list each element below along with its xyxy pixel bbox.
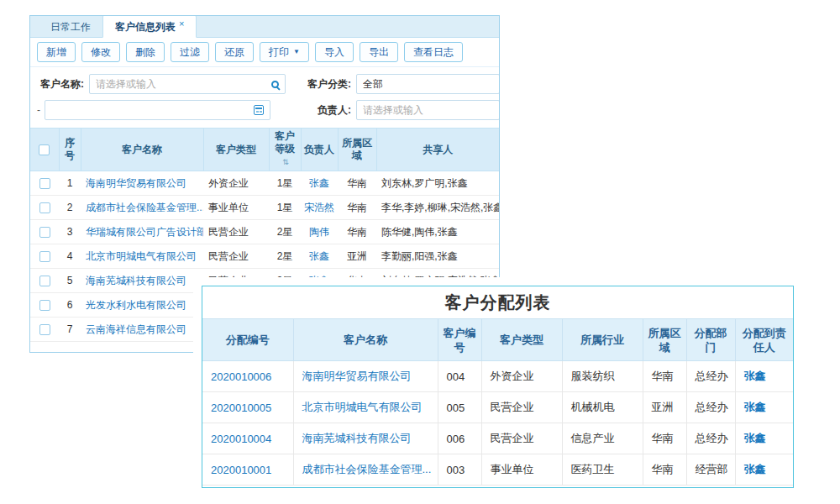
customer-table-header-row: 序号 客户名称 客户类型 客户等级⇅ 负责人 所属区域 共享人 bbox=[30, 129, 499, 171]
customer-name-field[interactable] bbox=[89, 74, 286, 94]
column-header-region[interactable]: 所属区域 bbox=[338, 129, 376, 171]
type-cell: 事业单位 bbox=[203, 196, 269, 220]
name-cell: 成都市社会保险基金管理... bbox=[293, 454, 438, 486]
row-checkbox[interactable] bbox=[39, 251, 50, 262]
customer-name-link[interactable]: 北京市明城电气有限公司 bbox=[302, 401, 423, 413]
level-cell: 1星 bbox=[269, 171, 301, 196]
allocation-row[interactable]: 2020010004 海南芜城科技有限公司 006 民营企业 信息产业 华南 总… bbox=[202, 423, 793, 454]
column-header-alloc-no[interactable]: 分配编号 bbox=[202, 319, 293, 361]
search-icon[interactable] bbox=[271, 81, 279, 88]
assignee-cell: 张鑫 bbox=[735, 392, 793, 423]
tab-close-icon[interactable]: × bbox=[179, 18, 184, 29]
table-row[interactable]: 2 成都市社会保险基金管理... 事业单位 1星 宋浩然 华南 李华,李婷,柳琳… bbox=[30, 196, 499, 220]
column-header-assignee[interactable]: 分配到责任人 bbox=[735, 319, 793, 361]
region-cell: 华南 bbox=[338, 196, 376, 220]
customer-name-link[interactable]: 云南海祥信息有限公司 bbox=[86, 323, 186, 335]
name-cell: 海南芜城科技有限公司 bbox=[293, 423, 438, 454]
shared-cell: 刘东林,罗广明,张鑫 bbox=[376, 171, 499, 196]
row-checkbox[interactable] bbox=[39, 300, 50, 311]
column-header-industry[interactable]: 所属行业 bbox=[562, 319, 643, 361]
customer-name-link[interactable]: 海南芜城科技有限公司 bbox=[302, 432, 412, 444]
customer-category-input[interactable] bbox=[363, 78, 493, 90]
alloc-no-cell: 2020010006 bbox=[202, 361, 293, 392]
column-header-name[interactable]: 客户名称 bbox=[293, 319, 438, 361]
row-checkbox[interactable] bbox=[39, 227, 50, 238]
customer-name-input[interactable] bbox=[96, 78, 268, 90]
type-cell: 事业单位 bbox=[481, 454, 562, 486]
view-log-button[interactable]: 查看日志 bbox=[404, 42, 463, 62]
alloc-no-link[interactable]: 2020010004 bbox=[211, 433, 271, 445]
column-header-cust-no[interactable]: 客户编号 bbox=[438, 319, 481, 361]
alloc-no-link[interactable]: 2020010005 bbox=[211, 402, 271, 414]
type-cell: 外资企业 bbox=[481, 361, 562, 392]
owner-link[interactable]: 张鑫 bbox=[309, 250, 329, 262]
assignee-link[interactable]: 张鑫 bbox=[744, 463, 766, 475]
table-row[interactable]: 3 华瑞城有限公司广告设计部 民营企业 2星 陶伟 华南 陈华健,陶伟,张鑫 bbox=[30, 220, 499, 244]
level-cell: 2星 bbox=[269, 244, 301, 269]
industry-cell: 服装纺织 bbox=[562, 361, 643, 392]
customer-name-link[interactable]: 海南芜城科技有限公司 bbox=[86, 275, 186, 286]
column-header-shared[interactable]: 共享人 bbox=[376, 129, 499, 171]
owner-link[interactable]: 张鑫 bbox=[309, 177, 329, 189]
calendar-icon[interactable] bbox=[254, 105, 264, 115]
customer-name-link[interactable]: 海南明华贸易有限公司 bbox=[86, 177, 186, 189]
industry-cell: 医药卫生 bbox=[562, 454, 643, 486]
column-header-name[interactable]: 客户名称 bbox=[81, 129, 203, 171]
customer-category-select[interactable] bbox=[356, 74, 500, 94]
owner-input[interactable] bbox=[363, 104, 493, 116]
checkbox-cell bbox=[30, 171, 59, 196]
column-header-dept[interactable]: 分配部门 bbox=[686, 319, 735, 361]
edit-button[interactable]: 修改 bbox=[81, 42, 120, 62]
import-button[interactable]: 导入 bbox=[315, 42, 354, 62]
row-checkbox[interactable] bbox=[39, 324, 50, 335]
sort-icon[interactable]: ⇅ bbox=[282, 158, 289, 166]
tab-daily-work[interactable]: 日常工作 bbox=[39, 16, 102, 37]
tab-customer-info-list[interactable]: 客户信息列表× bbox=[102, 15, 197, 38]
column-header-level[interactable]: 客户等级⇅ bbox=[269, 129, 301, 171]
allocation-panel: 客户分配列表 分配编号 客户名称 客户编号 客户类型 所属行业 所属区域 分配部… bbox=[202, 286, 794, 488]
seq-cell: 4 bbox=[59, 244, 81, 269]
customer-name-link[interactable]: 光发水利水电有限公司 bbox=[86, 299, 186, 311]
allocation-row[interactable]: 2020010006 海南明华贸易有限公司 004 外资企业 服装纺织 华南 总… bbox=[202, 361, 793, 392]
owner-link[interactable]: 宋浩然 bbox=[304, 202, 334, 213]
seq-cell: 7 bbox=[59, 318, 81, 342]
export-button[interactable]: 导出 bbox=[360, 42, 398, 62]
allocation-row[interactable]: 2020010001 成都市社会保险基金管理... 003 事业单位 医药卫生 … bbox=[202, 454, 793, 486]
customer-name-link[interactable]: 海南明华贸易有限公司 bbox=[302, 370, 412, 382]
print-button[interactable]: 打印 ▼ bbox=[260, 42, 309, 62]
restore-button[interactable]: 还原 bbox=[215, 42, 254, 62]
owner-link[interactable]: 张鑫 bbox=[309, 275, 329, 286]
date-input[interactable] bbox=[51, 104, 250, 116]
column-header-seq[interactable]: 序号 bbox=[59, 129, 81, 171]
name-cell: 海南明华贸易有限公司 bbox=[293, 361, 438, 392]
date-field[interactable] bbox=[45, 100, 270, 120]
type-cell: 民营企业 bbox=[203, 220, 269, 244]
table-row[interactable]: 4 北京市明城电气有限公司 民营企业 2星 张鑫 亚洲 李勤丽,阳强,张鑫 bbox=[30, 244, 499, 269]
delete-button[interactable]: 删除 bbox=[126, 42, 165, 62]
alloc-no-link[interactable]: 2020010006 bbox=[211, 370, 271, 383]
customer-name-link[interactable]: 华瑞城有限公司广告设计部 bbox=[86, 226, 203, 238]
owner-link[interactable]: 陶伟 bbox=[309, 226, 329, 238]
name-cell: 北京市明城电气有限公司 bbox=[81, 244, 203, 269]
customer-name-link[interactable]: 成都市社会保险基金管理... bbox=[86, 202, 203, 213]
column-header-type[interactable]: 客户类型 bbox=[481, 319, 562, 361]
row-checkbox[interactable] bbox=[39, 178, 50, 189]
assignee-link[interactable]: 张鑫 bbox=[744, 401, 766, 413]
table-row[interactable]: 1 海南明华贸易有限公司 外资企业 1星 张鑫 华南 刘东林,罗广明,张鑫 bbox=[30, 171, 499, 196]
print-button-label: 打印 bbox=[269, 45, 289, 59]
new-button[interactable]: 新增 bbox=[37, 42, 76, 62]
filter-button[interactable]: 过滤 bbox=[171, 42, 209, 62]
row-checkbox[interactable] bbox=[39, 276, 50, 286]
column-header-type[interactable]: 客户类型 bbox=[203, 129, 269, 171]
column-header-owner[interactable]: 负责人 bbox=[301, 129, 338, 171]
allocation-row[interactable]: 2020010005 北京市明城电气有限公司 005 民营企业 机械机电 亚洲 … bbox=[202, 392, 793, 423]
row-checkbox[interactable] bbox=[39, 202, 50, 213]
customer-name-link[interactable]: 成都市社会保险基金管理... bbox=[302, 463, 432, 475]
assignee-link[interactable]: 张鑫 bbox=[744, 432, 766, 444]
customer-name-link[interactable]: 北京市明城电气有限公司 bbox=[86, 250, 197, 262]
assignee-link[interactable]: 张鑫 bbox=[744, 370, 766, 382]
column-header-region[interactable]: 所属区域 bbox=[643, 319, 686, 361]
owner-field[interactable] bbox=[356, 100, 500, 120]
select-all-checkbox[interactable] bbox=[39, 144, 50, 155]
alloc-no-link[interactable]: 2020010001 bbox=[211, 464, 271, 476]
